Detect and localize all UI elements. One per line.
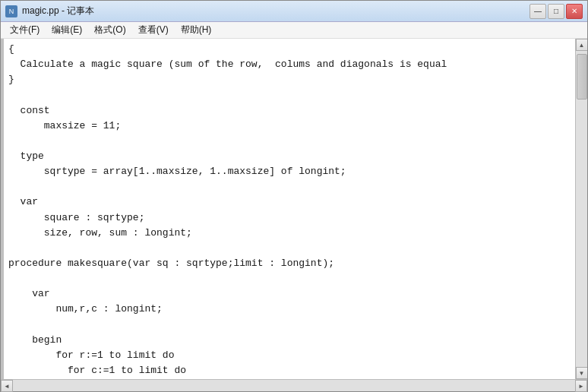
menu-help[interactable]: 帮助(H) xyxy=(175,22,218,38)
content-area: { Calculate a magic square (sum of the r… xyxy=(1,39,587,379)
menu-view[interactable]: 查看(V) xyxy=(132,22,175,38)
scroll-up-button[interactable]: ▲ xyxy=(576,39,588,51)
menu-edit[interactable]: 编辑(E) xyxy=(46,22,88,38)
menu-bar: 文件(F) 编辑(E) 格式(O) 查看(V) 帮助(H) xyxy=(1,22,587,39)
scroll-track[interactable] xyxy=(576,51,587,367)
maximize-button[interactable]: □ xyxy=(548,4,564,19)
app-icon: N xyxy=(5,5,17,17)
menu-file[interactable]: 文件(F) xyxy=(4,22,46,38)
menu-format[interactable]: 格式(O) xyxy=(88,22,131,38)
title-bar-left: N magic.pp - 记事本 xyxy=(5,5,94,17)
scroll-h-track[interactable] xyxy=(13,380,575,391)
title-bar: N magic.pp - 记事本 — □ ✕ xyxy=(1,1,587,22)
title-bar-buttons: — □ ✕ xyxy=(530,4,583,19)
editor[interactable]: { Calculate a magic square (sum of the r… xyxy=(4,39,575,379)
window-title: magic.pp - 记事本 xyxy=(22,5,94,17)
scroll-thumb[interactable] xyxy=(577,54,587,100)
minimize-button[interactable]: — xyxy=(530,4,546,19)
main-window: N magic.pp - 记事本 — □ ✕ 文件(F) 编辑(E) 格式(O)… xyxy=(0,0,588,392)
scroll-right-button[interactable]: ► xyxy=(575,380,587,392)
scroll-left-button[interactable]: ◄ xyxy=(1,380,13,392)
vertical-scrollbar[interactable]: ▲ ▼ xyxy=(575,39,587,379)
close-button[interactable]: ✕ xyxy=(566,4,583,19)
scroll-down-button[interactable]: ▼ xyxy=(576,367,588,379)
horizontal-scrollbar-container: ◄ ► xyxy=(1,379,587,391)
code-display: { Calculate a magic square (sum of the r… xyxy=(8,42,571,379)
